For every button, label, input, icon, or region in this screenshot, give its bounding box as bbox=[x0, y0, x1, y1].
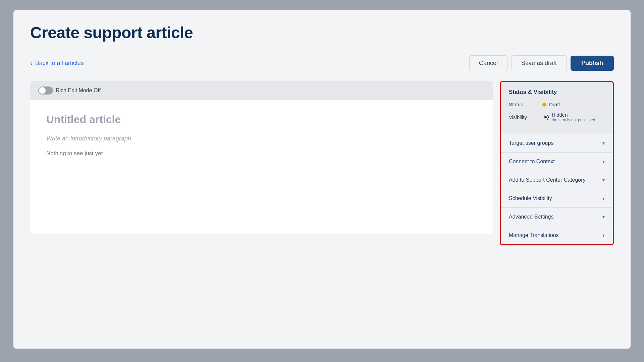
status-visibility-header: Status & Visibility bbox=[509, 89, 605, 96]
rich-edit-toggle[interactable]: Rich Edit Mode Off bbox=[38, 86, 101, 95]
editor-toolbar: Rich Edit Mode Off bbox=[30, 81, 493, 100]
save-draft-button[interactable]: Save as draft bbox=[512, 55, 567, 71]
accordion-title-connect-to-context: Connect to Context bbox=[509, 159, 555, 165]
visibility-text: Hidden bbox=[552, 112, 595, 118]
chevron-down-icon-advanced-settings: ▾ bbox=[602, 214, 605, 220]
editor-area: Rich Edit Mode Off Untitled article Writ… bbox=[30, 81, 493, 234]
accordion-item-advanced-settings: Advanced Settings ▾ bbox=[501, 208, 613, 226]
visibility-value: 👁‍🗨 Hidden the item is not published bbox=[542, 112, 595, 122]
page-title: Create support article bbox=[30, 23, 614, 42]
accordion-title-target-user-groups: Target user groups bbox=[509, 140, 553, 146]
status-row: Status Draft bbox=[509, 102, 605, 107]
accordion-title-add-to-support-center: Add to Support Center Category bbox=[509, 177, 586, 183]
action-buttons: Cancel Save as draft Publish bbox=[469, 55, 614, 71]
toggle-thumb bbox=[39, 87, 46, 94]
top-bar: ‹ Back to all articles Cancel Save as dr… bbox=[30, 55, 614, 71]
status-visibility-section: Status & Visibility Status Draft Visibil… bbox=[501, 82, 613, 134]
visibility-label: Visibility bbox=[509, 114, 542, 120]
accordion-header-target-user-groups[interactable]: Target user groups ▾ bbox=[501, 134, 613, 152]
status-dot-icon bbox=[542, 103, 546, 107]
chevron-down-icon-manage-translations: ▾ bbox=[602, 233, 605, 238]
hidden-icon: 👁‍🗨 bbox=[542, 114, 549, 120]
status-value: Draft bbox=[542, 102, 560, 107]
article-title-placeholder[interactable]: Untitled article bbox=[46, 113, 477, 126]
main-content: Create support article ‹ Back to all art… bbox=[13, 10, 631, 349]
back-to-all-articles-link[interactable]: ‹ Back to all articles bbox=[30, 59, 84, 67]
accordion-header-connect-to-context[interactable]: Connect to Context ▾ bbox=[501, 153, 613, 171]
accordion-header-manage-translations[interactable]: Manage Translations ▾ bbox=[501, 226, 613, 244]
accordion-header-add-to-support-center[interactable]: Add to Support Center Category ▾ bbox=[501, 171, 613, 189]
accordion-item-manage-translations: Manage Translations ▾ bbox=[501, 226, 613, 244]
toggle-track[interactable] bbox=[38, 86, 53, 95]
status-label: Status bbox=[509, 102, 542, 107]
chevron-down-icon-schedule-visibility: ▾ bbox=[602, 196, 605, 201]
accordion-title-advanced-settings: Advanced Settings bbox=[509, 214, 553, 220]
accordion-header-advanced-settings[interactable]: Advanced Settings ▾ bbox=[501, 208, 613, 226]
accordion-header-schedule-visibility[interactable]: Schedule Visibility ▾ bbox=[501, 189, 613, 207]
page-container: Create support article ‹ Back to all art… bbox=[0, 0, 644, 362]
rich-edit-label: Rich Edit Mode Off bbox=[56, 87, 101, 94]
back-link-label: Back to all articles bbox=[35, 60, 84, 67]
accordion-item-schedule-visibility: Schedule Visibility ▾ bbox=[501, 189, 613, 208]
content-row: Rich Edit Mode Off Untitled article Writ… bbox=[30, 81, 614, 245]
visibility-sub-text: the item is not published bbox=[552, 118, 595, 122]
accordion-title-schedule-visibility: Schedule Visibility bbox=[509, 195, 552, 201]
accordion-item-connect-to-context: Connect to Context ▾ bbox=[501, 153, 613, 171]
visibility-text-block: Hidden the item is not published bbox=[552, 112, 595, 122]
chevron-down-icon-add-to-support-center: ▾ bbox=[602, 177, 605, 183]
publish-button[interactable]: Publish bbox=[571, 56, 614, 71]
visibility-row: Visibility 👁‍🗨 Hidden the item is not pu… bbox=[509, 112, 605, 122]
cancel-button[interactable]: Cancel bbox=[469, 55, 507, 71]
sidebar-panel: Status & Visibility Status Draft Visibil… bbox=[500, 81, 614, 245]
chevron-down-icon-connect-to-context: ▾ bbox=[602, 159, 605, 164]
accordion-item-target-user-groups: Target user groups ▾ bbox=[501, 134, 613, 153]
chevron-down-icon-target-user-groups: ▾ bbox=[602, 140, 605, 146]
accordion-title-manage-translations: Manage Translations bbox=[509, 232, 559, 238]
editor-body[interactable]: Untitled article Write an introductory p… bbox=[30, 100, 493, 234]
status-text: Draft bbox=[549, 102, 560, 107]
article-intro-placeholder[interactable]: Write an introductory paragraph bbox=[46, 135, 477, 142]
chevron-left-icon: ‹ bbox=[30, 59, 33, 67]
accordion-list: Target user groups ▾ Connect to Context … bbox=[501, 134, 613, 244]
accordion-item-add-to-support-center: Add to Support Center Category ▾ bbox=[501, 171, 613, 189]
article-content-placeholder: Nothing to see just yet bbox=[46, 150, 477, 157]
